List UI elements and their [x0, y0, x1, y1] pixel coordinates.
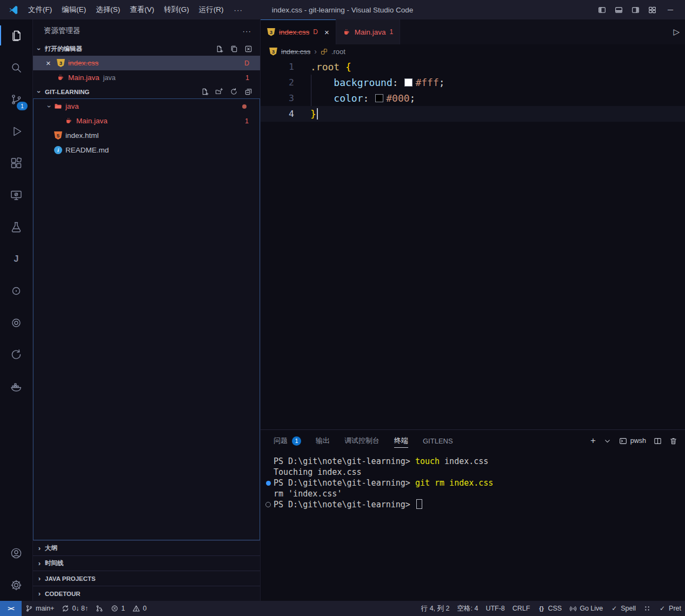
- sidebar-section-codetour[interactable]: › CODETOUR: [33, 586, 260, 601]
- run-debug-icon: [10, 125, 23, 138]
- status-cursor-position[interactable]: 行 4, 列 2: [417, 601, 454, 616]
- activity-account[interactable]: [0, 537, 32, 569]
- code-line-2[interactable]: 2 background: #fff;: [261, 75, 685, 90]
- close-icon[interactable]: ×: [324, 28, 329, 37]
- menu-go[interactable]: 转到(G): [159, 3, 194, 17]
- refresh-icon[interactable]: [230, 88, 238, 96]
- code-line-3[interactable]: 3 color: #000;: [261, 90, 685, 106]
- sidebar-section-timeline[interactable]: › 时间线: [33, 555, 260, 571]
- project-header[interactable]: › GIT-LEARNING: [33, 85, 260, 98]
- new-terminal-icon[interactable]: +: [590, 435, 596, 446]
- activity-settings[interactable]: [0, 569, 32, 601]
- split-terminal-icon[interactable]: [654, 437, 662, 445]
- sidebar-more-actions-button[interactable]: ···: [243, 27, 252, 35]
- close-icon[interactable]: ×: [46, 58, 57, 68]
- tree-item-index.html[interactable]: 5index.html: [34, 128, 260, 143]
- activity-target[interactable]: [0, 307, 32, 339]
- open-editor-Main.java[interactable]: Main.java java 1: [33, 70, 260, 85]
- menu-selection[interactable]: 选择(S): [91, 3, 125, 17]
- tree-item-README.md[interactable]: iREADME.md: [34, 143, 260, 157]
- collapse-all-icon[interactable]: [244, 88, 252, 96]
- status-prettier[interactable]: ✓Pret: [655, 601, 685, 616]
- gradle-icon: [10, 284, 23, 297]
- code-editor[interactable]: 1 .root { 2 background: #fff; 3 color: #…: [261, 58, 685, 429]
- status-eol[interactable]: CRLF: [509, 601, 534, 616]
- terminal-output[interactable]: PS D:\git\note\git-learning> touch index…: [261, 452, 685, 601]
- breadcrumb-symbol[interactable]: .root: [331, 48, 345, 56]
- status-warnings[interactable]: 0: [129, 601, 150, 616]
- activity-remote-explorer[interactable]: [0, 179, 32, 211]
- activity-gradle[interactable]: [0, 275, 32, 307]
- tree-item-Main.java[interactable]: Main.java1: [34, 114, 260, 128]
- tab-index.css[interactable]: 3 index.css D ×: [261, 19, 336, 44]
- code-line-1[interactable]: 1 .root {: [261, 59, 685, 75]
- toggle-secondary-sidebar-icon[interactable]: [631, 6, 640, 14]
- panel-tab-debug-console[interactable]: 调试控制台: [344, 430, 380, 452]
- status-encoding[interactable]: UTF-8: [482, 601, 508, 616]
- tree-item-java[interactable]: ›java: [34, 99, 260, 114]
- titlebar: 文件(F)编辑(E)选择(S)查看(V)转到(G)运行(R) ··· index…: [0, 0, 685, 19]
- menu-edit[interactable]: 编辑(E): [57, 3, 91, 17]
- menu-view[interactable]: 查看(V): [125, 3, 159, 17]
- toggle-sidebar-icon[interactable]: [598, 6, 606, 14]
- status-language[interactable]: {}CSS: [534, 601, 566, 616]
- activity-java[interactable]: J: [0, 243, 32, 275]
- activity-run-debug[interactable]: [0, 115, 32, 147]
- open-editor-index.css[interactable]: × 3 index.css D: [33, 56, 260, 70]
- menu-run[interactable]: 运行(R): [194, 3, 229, 17]
- status-spell[interactable]: ✓Spell: [607, 601, 640, 616]
- minimize-button[interactable]: ─: [662, 5, 679, 14]
- color-swatch[interactable]: [375, 94, 383, 102]
- sidebar-section-outline[interactable]: › 大纲: [33, 540, 260, 555]
- close-all-editors-icon[interactable]: [244, 45, 252, 53]
- panel-tab-gitlens[interactable]: GITLENS: [423, 430, 453, 452]
- sidebar-section-java-projects[interactable]: › JAVA PROJECTS: [33, 571, 260, 586]
- terminal-instance[interactable]: pwsh: [619, 437, 646, 445]
- terminal-dropdown-icon[interactable]: [603, 437, 611, 445]
- menu-more-button[interactable]: ···: [229, 6, 249, 14]
- activity-codetour[interactable]: [0, 339, 32, 370]
- sidebar-explorer: 资源管理器 ··· › 打开的编辑器 × 3 index.css D Main.…: [33, 19, 261, 601]
- panel-tab-terminal[interactable]: 终端: [394, 430, 408, 452]
- panel-tab-output[interactable]: 输出: [316, 430, 330, 452]
- open-editors-label: 打开的编辑器: [45, 45, 82, 53]
- activity-testing[interactable]: [0, 211, 32, 243]
- status-extension[interactable]: [640, 601, 655, 616]
- bre2adcrumb-separator: ›: [314, 47, 317, 56]
- panel-tabbar: 问题1 输出 调试控制台 终端 GITLENS + pwsh: [261, 430, 685, 452]
- tab-Main.java[interactable]: Main.java 1: [336, 19, 400, 44]
- activity-docker[interactable]: [0, 370, 32, 402]
- tab-label: Main.java: [355, 28, 386, 36]
- shell-name: pwsh: [630, 437, 646, 445]
- status-git-graph[interactable]: [92, 601, 107, 616]
- color-swatch[interactable]: [404, 78, 413, 87]
- file-name: index.html: [65, 131, 99, 140]
- activity-source-control[interactable]: 1: [0, 83, 32, 115]
- save-all-icon[interactable]: [230, 45, 238, 53]
- panel-tab-problems[interactable]: 问题1: [274, 430, 301, 452]
- activity-explorer[interactable]: [0, 19, 32, 51]
- new-file-icon[interactable]: [201, 88, 209, 96]
- kill-terminal-icon[interactable]: [669, 437, 677, 445]
- new-folder-icon[interactable]: [215, 88, 223, 96]
- run-file-button[interactable]: ▷: [671, 27, 682, 37]
- toggle-panel-icon[interactable]: [615, 6, 623, 14]
- status-errors[interactable]: 1: [107, 601, 129, 616]
- remote-explorer-icon: [10, 189, 23, 202]
- menu-file[interactable]: 文件(F): [23, 3, 57, 17]
- activity-extensions[interactable]: [0, 147, 32, 179]
- status-remote[interactable]: ><: [0, 601, 22, 616]
- status-go-live[interactable]: Go Live: [566, 601, 607, 616]
- status-sync[interactable]: 0↓ 8↑: [58, 601, 92, 616]
- status-indentation[interactable]: 空格: 4: [453, 601, 482, 616]
- html-file-icon: 5: [54, 131, 62, 140]
- activity-search[interactable]: [0, 51, 32, 83]
- open-editors-header[interactable]: › 打开的编辑器: [33, 42, 260, 56]
- status-branch[interactable]: main+: [22, 601, 58, 616]
- breadcrumb-file[interactable]: index.css: [281, 48, 310, 56]
- code-line-4[interactable]: 4 }: [261, 106, 685, 122]
- tree-empty-space: [34, 157, 260, 540]
- vscode-logo-icon: [8, 4, 19, 16]
- new-untitled-file-icon[interactable]: [215, 45, 223, 53]
- customize-layout-icon[interactable]: [648, 6, 656, 14]
